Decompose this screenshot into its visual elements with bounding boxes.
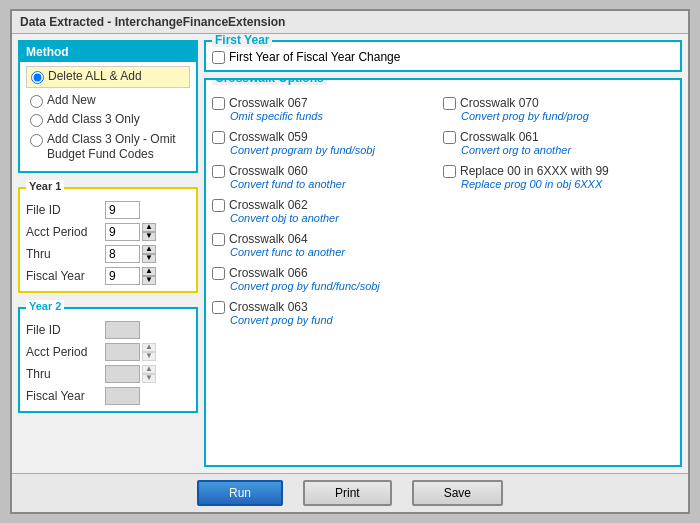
year2-fileid-label: File ID: [26, 323, 101, 337]
first-year-row[interactable]: First Year of Fiscal Year Change: [212, 50, 674, 64]
year1-thru-input[interactable]: [105, 245, 140, 263]
year1-box: Year 1 File ID Acct Period ▲ ▼: [18, 187, 198, 293]
crosswalk-section-label: Crosswalk Options: [212, 78, 327, 85]
crosswalk-box: Crosswalk Options Crosswalk 067 Omit spe…: [204, 78, 682, 467]
year1-thru-down[interactable]: ▼: [142, 254, 156, 263]
crosswalk-059-name: Crosswalk 059: [229, 130, 308, 144]
year2-thru-row: Thru ▲ ▼: [26, 363, 190, 385]
radio-add-new-input[interactable]: [30, 95, 43, 108]
crosswalk-059-checkbox[interactable]: [212, 131, 225, 144]
year1-fiscalyear-input[interactable]: [105, 267, 140, 285]
crosswalk-059-desc: Convert program by fund/sobj: [230, 144, 443, 156]
year2-acctperiod-row: Acct Period ▲ ▼: [26, 341, 190, 363]
crosswalk-replace00-checkbox[interactable]: [443, 165, 456, 178]
first-year-checkbox[interactable]: [212, 51, 225, 64]
crosswalk-replace00-desc: Replace prog 00 in obj 6XXX: [461, 178, 674, 190]
crosswalk-062-checkbox[interactable]: [212, 199, 225, 212]
crosswalk-063-desc: Convert prog by fund: [230, 314, 443, 326]
year2-acctperiod-input: [105, 343, 140, 361]
run-button[interactable]: Run: [197, 480, 283, 506]
year1-acctperiod-down[interactable]: ▼: [142, 232, 156, 241]
year2-fiscalyear-row: Fiscal Year: [26, 385, 190, 407]
crosswalk-066-checkbox[interactable]: [212, 267, 225, 280]
crosswalk-066-desc: Convert prog by fund/func/sobj: [230, 280, 443, 292]
crosswalk-060-checkbox[interactable]: [212, 165, 225, 178]
year2-acctperiod-down: ▼: [142, 352, 156, 361]
year1-acctperiod-input[interactable]: [105, 223, 140, 241]
crosswalk-061: Crosswalk 061 Convert org to another: [443, 126, 674, 160]
year2-label: Year 2: [26, 300, 64, 312]
year1-acctperiod-label: Acct Period: [26, 225, 101, 239]
crosswalk-062-name: Crosswalk 062: [229, 198, 308, 212]
year2-thru-down: ▼: [142, 374, 156, 383]
year1-thru-label: Thru: [26, 247, 101, 261]
radio-delete-all-label: Delete ALL & Add: [48, 69, 142, 85]
save-button[interactable]: Save: [412, 480, 503, 506]
footer: Run Print Save: [12, 473, 688, 512]
crosswalk-070: Crosswalk 070 Convert prog by fund/prog: [443, 92, 674, 126]
year1-fiscalyear-row: Fiscal Year ▲ ▼: [26, 265, 190, 287]
year2-fileid-row: File ID: [26, 319, 190, 341]
crosswalk-066: Crosswalk 066 Convert prog by fund/func/…: [212, 262, 443, 296]
right-panel: First Year First Year of Fiscal Year Cha…: [204, 40, 682, 467]
crosswalk-060: Crosswalk 060 Convert fund to another: [212, 160, 443, 194]
year1-fileid-row: File ID: [26, 199, 190, 221]
radio-add-new[interactable]: Add New: [26, 91, 190, 111]
year1-fileid-label: File ID: [26, 203, 101, 217]
crosswalk-063-name: Crosswalk 063: [229, 300, 308, 314]
year2-fiscalyear-input: [105, 387, 140, 405]
crosswalk-060-desc: Convert fund to another: [230, 178, 443, 190]
year2-fiscalyear-label: Fiscal Year: [26, 389, 101, 403]
radio-add-class3-omit-input[interactable]: [30, 134, 43, 147]
crosswalk-061-checkbox[interactable]: [443, 131, 456, 144]
crosswalk-070-desc: Convert prog by fund/prog: [461, 110, 674, 122]
radio-add-class3-omit[interactable]: Add Class 3 Only - Omit Budget Fund Code…: [26, 130, 190, 165]
crosswalk-070-checkbox[interactable]: [443, 97, 456, 110]
crosswalk-067-checkbox[interactable]: [212, 97, 225, 110]
crosswalk-066-name: Crosswalk 066: [229, 266, 308, 280]
year1-fiscalyear-label: Fiscal Year: [26, 269, 101, 283]
crosswalk-067-desc: Omit specific funds: [230, 110, 443, 122]
year2-fileid-input: [105, 321, 140, 339]
crosswalk-064-name: Crosswalk 064: [229, 232, 308, 246]
crosswalk-067-name: Crosswalk 067: [229, 96, 308, 110]
left-panel: Method Delete ALL & Add Add New Add Clas…: [18, 40, 198, 467]
radio-add-new-label: Add New: [47, 93, 96, 109]
year1-fiscalyear-down[interactable]: ▼: [142, 276, 156, 285]
radio-add-class3-input[interactable]: [30, 114, 43, 127]
year1-acctperiod-row: Acct Period ▲ ▼: [26, 221, 190, 243]
radio-delete-all[interactable]: Delete ALL & Add: [26, 66, 190, 88]
radio-add-class3-label: Add Class 3 Only: [47, 112, 140, 128]
method-label: Method: [26, 45, 69, 59]
crosswalk-060-name: Crosswalk 060: [229, 164, 308, 178]
crosswalk-062-desc: Convert obj to another: [230, 212, 443, 224]
crosswalk-063-checkbox[interactable]: [212, 301, 225, 314]
radio-add-class3-omit-label: Add Class 3 Only - Omit Budget Fund Code…: [47, 132, 186, 163]
radio-add-class3[interactable]: Add Class 3 Only: [26, 110, 190, 130]
crosswalk-062: Crosswalk 062 Convert obj to another: [212, 194, 443, 228]
window-title: Data Extracted - InterchangeFinanceExten…: [20, 15, 285, 29]
crosswalk-067: Crosswalk 067 Omit specific funds: [212, 92, 443, 126]
title-bar: Data Extracted - InterchangeFinanceExten…: [12, 11, 688, 34]
crosswalk-064-desc: Convert func to another: [230, 246, 443, 258]
first-year-section-label: First Year: [212, 34, 272, 47]
crosswalk-070-name: Crosswalk 070: [460, 96, 539, 110]
year2-acctperiod-label: Acct Period: [26, 345, 101, 359]
print-button[interactable]: Print: [303, 480, 392, 506]
radio-delete-all-input[interactable]: [31, 71, 44, 84]
year1-fileid-input[interactable]: [105, 201, 140, 219]
crosswalk-replace00-name: Replace 00 in 6XXX with 99: [460, 164, 609, 178]
main-window: Data Extracted - InterchangeFinanceExten…: [10, 9, 690, 514]
first-year-checkbox-label: First Year of Fiscal Year Change: [229, 50, 400, 64]
first-year-box: First Year First Year of Fiscal Year Cha…: [204, 40, 682, 72]
crosswalk-064: Crosswalk 064 Convert func to another: [212, 228, 443, 262]
year2-thru-input: [105, 365, 140, 383]
crosswalk-063: Crosswalk 063 Convert prog by fund: [212, 296, 443, 330]
year2-box: Year 2 File ID Acct Period ▲ ▼: [18, 307, 198, 413]
year2-thru-label: Thru: [26, 367, 101, 381]
year1-thru-row: Thru ▲ ▼: [26, 243, 190, 265]
crosswalk-replace00: Replace 00 in 6XXX with 99 Replace prog …: [443, 160, 674, 194]
crosswalk-061-name: Crosswalk 061: [460, 130, 539, 144]
crosswalk-064-checkbox[interactable]: [212, 233, 225, 246]
crosswalk-059: Crosswalk 059 Convert program by fund/so…: [212, 126, 443, 160]
